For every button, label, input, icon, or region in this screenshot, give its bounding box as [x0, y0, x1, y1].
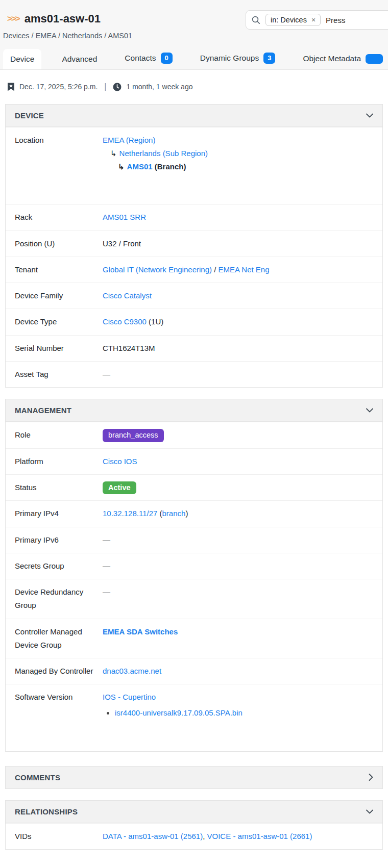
vid-voice-link[interactable]: VOICE - ams01-asw-01 (2661): [207, 832, 312, 840]
role-badge[interactable]: branch_access: [103, 429, 164, 442]
row-device-type: Device Type Cisco C9300 (1U): [6, 309, 382, 335]
chevron-down-icon[interactable]: [366, 408, 373, 413]
global-search-input[interactable]: in: Devices × Press: [246, 10, 388, 30]
relationships-panel-header[interactable]: RELATIONSHIPS: [6, 801, 382, 823]
device-redundancy-group-value: —: [103, 585, 373, 612]
chevron-down-icon[interactable]: [366, 809, 373, 814]
row-controller-managed-device-group: Controller Managed Device Group EMEA SDA…: [6, 619, 382, 658]
row-label: Secrets Group: [15, 559, 103, 573]
location-branch-type: (Branch): [155, 162, 186, 171]
top-bar: >>> ams01-asw-01 in: Devices × Press Dev…: [0, 0, 388, 70]
primary-ipv6-value: —: [103, 533, 373, 547]
saved-datetime: Dec. 17, 2025, 5:26 p.m.: [19, 83, 98, 91]
dynamic-groups-count-badge: 3: [263, 53, 275, 64]
location-subregion-link[interactable]: Netherlands (Sub Region): [119, 149, 208, 158]
controller-managed-device-group-link[interactable]: EMEA SDA Switches: [103, 627, 178, 636]
hierarchy-arrow-icon: ↳: [118, 162, 125, 171]
row-asset-tag: Asset Tag —: [6, 361, 382, 387]
remove-filter-icon[interactable]: ×: [311, 16, 316, 24]
tenant-group-link[interactable]: Global IT (Network Engineering): [103, 265, 212, 274]
search-filter-pill[interactable]: in: Devices ×: [265, 14, 321, 26]
search-placeholder-hint: Press: [326, 16, 345, 24]
search-filter-label: in: Devices: [271, 16, 307, 24]
software-image-file-link[interactable]: isr4400-universalk9.17.09.05.SPA.bin: [115, 708, 243, 717]
device-type-height: (1U): [147, 317, 163, 326]
row-managed-by-controller: Managed By Controller dnac03.acme.net: [6, 658, 382, 684]
tab-dynamic-groups[interactable]: Dynamic Groups 3: [193, 47, 283, 69]
device-type-link[interactable]: Cisco C9300: [103, 317, 147, 326]
row-tenant: Tenant Global IT (Network Engineering) /…: [6, 257, 382, 283]
row-label: Controller Managed Device Group: [15, 625, 103, 652]
location-branch-link[interactable]: AMS01: [127, 162, 153, 171]
row-location: Location EMEA (Region) ↳Netherlands (Sub…: [6, 127, 382, 205]
tab-label: Object Metadata: [303, 54, 361, 63]
relationships-panel: RELATIONSHIPS VIDs DATA - ams01-asw-01 (…: [5, 800, 383, 850]
location-region-link[interactable]: EMEA (Region): [103, 136, 155, 144]
status-badge[interactable]: Active: [103, 481, 136, 495]
tab-label: Contacts: [125, 54, 156, 63]
ipv4-namespace-link[interactable]: branch: [162, 509, 186, 518]
row-label: Serial Number: [15, 342, 103, 355]
managed-by-controller-link[interactable]: dnac03.acme.net: [103, 667, 161, 675]
chevron-down-icon[interactable]: [366, 113, 373, 118]
row-serial-number: Serial Number CTH1624T13M: [6, 335, 382, 361]
comments-panel-header[interactable]: COMMENTS: [6, 767, 382, 788]
tab-advanced[interactable]: Advanced: [55, 49, 104, 69]
software-version-link[interactable]: IOS - Cupertino: [103, 693, 156, 701]
software-image-file-item: isr4400-universalk9.17.09.05.SPA.bin: [115, 706, 373, 720]
paren-close: ): [185, 509, 188, 518]
row-label: Managed By Controller: [15, 665, 103, 678]
row-label: Rack: [15, 211, 103, 224]
device-panel-header[interactable]: DEVICE: [6, 105, 382, 127]
tab-label: Dynamic Groups: [200, 54, 259, 63]
chevron-right-icon[interactable]: [369, 774, 373, 781]
contacts-count-badge: 0: [161, 53, 173, 64]
row-vids: VIDs DATA - ams01-asw-01 (2561), VOICE -…: [6, 823, 382, 849]
platform-link[interactable]: Cisco IOS: [103, 457, 137, 466]
management-panel-header[interactable]: MANAGEMENT: [6, 399, 382, 422]
search-icon: [251, 15, 260, 24]
row-status: Status Active: [6, 474, 382, 501]
row-label: Device Redundancy Group: [15, 585, 103, 612]
row-rack: Rack AMS01 SRR: [6, 204, 382, 230]
primary-ipv4-link[interactable]: 10.32.128.11/27: [103, 509, 157, 518]
row-primary-ipv6: Primary IPv6 —: [6, 527, 382, 553]
tenant-link[interactable]: EMEA Net Eng: [219, 265, 270, 274]
timestamp-row: Dec. 17, 2025, 5:26 p.m. | 1 month, 1 we…: [0, 70, 388, 97]
row-primary-ipv4: Primary IPv4 10.32.128.11/27 (branch): [6, 500, 382, 526]
comments-panel: COMMENTS: [5, 766, 383, 789]
software-image-file-list: isr4400-universalk9.17.09.05.SPA.bin: [115, 706, 373, 720]
row-secrets-group: Secrets Group —: [6, 553, 382, 579]
row-device-family: Device Family Cisco Catalyst: [6, 283, 382, 309]
row-label: Tenant: [15, 263, 103, 276]
nautobot-logo-icon: >>>: [7, 14, 19, 24]
page-title: ams01-asw-01: [25, 12, 101, 25]
asset-tag-value: —: [103, 368, 373, 381]
tab-contacts[interactable]: Contacts 0: [117, 47, 179, 69]
row-software-version: Software Version IOS - Cupertino isr4400…: [6, 684, 382, 751]
row-role: Role branch_access: [6, 422, 382, 448]
row-label: Status: [15, 481, 103, 495]
tenant-separator: /: [212, 265, 219, 274]
tab-device[interactable]: Device: [3, 49, 41, 69]
row-label: Platform: [15, 455, 103, 468]
vid-data-link[interactable]: DATA - ams01-asw-01 (2561): [103, 832, 203, 840]
row-label: Position (U): [15, 237, 103, 250]
row-label: Primary IPv6: [15, 533, 103, 547]
device-family-link[interactable]: Cisco Catalyst: [103, 291, 152, 300]
tab-object-metadata[interactable]: Object Metadata: [296, 48, 383, 69]
row-device-redundancy-group: Device Redundancy Group —: [6, 579, 382, 619]
bookmark-icon: [7, 82, 15, 92]
hierarchy-arrow-icon: ↳: [110, 149, 117, 158]
rack-link[interactable]: AMS01 SRR: [103, 213, 146, 221]
location-line-branch: ↳AMS01 (Branch): [118, 160, 373, 173]
panel-title: RELATIONSHIPS: [15, 807, 78, 816]
device-panel: DEVICE Location EMEA (Region) ↳Netherlan…: [5, 104, 383, 388]
row-label: Device Family: [15, 289, 103, 302]
relative-time: 1 month, 1 week ago: [126, 83, 192, 91]
location-line-subregion: ↳Netherlands (Sub Region): [110, 147, 373, 160]
panel-title: MANAGEMENT: [15, 406, 71, 415]
row-label: Location: [15, 134, 103, 174]
location-line-region: EMEA (Region): [103, 134, 373, 147]
tab-bar: Device Advanced Contacts 0 Dynamic Group…: [0, 47, 383, 69]
